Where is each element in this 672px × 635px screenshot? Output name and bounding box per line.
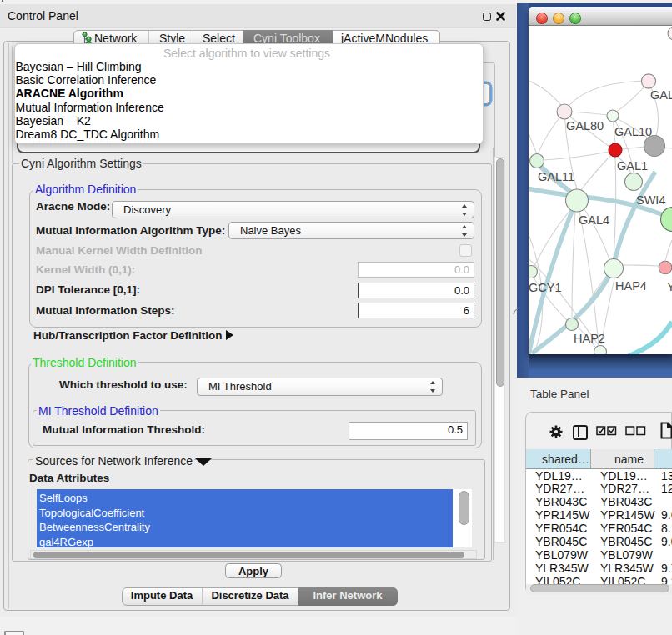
- svg-text:GAL10: GAL10: [614, 125, 652, 138]
- svg-text:HAP2: HAP2: [574, 332, 605, 345]
- svg-text:GAL80: GAL80: [566, 119, 604, 132]
- svg-text:GAL1: GAL1: [617, 159, 648, 172]
- svg-text:HAP4: HAP4: [615, 279, 647, 292]
- svg-text:GCY1: GCY1: [529, 281, 562, 294]
- svg-text:GAL7: GAL7: [650, 88, 672, 102]
- svg-text:SWI4: SWI4: [636, 193, 665, 207]
- svg-text:GAL11: GAL11: [538, 170, 574, 183]
- svg-text:YJ: YJ: [667, 280, 672, 293]
- svg-text:GAL4: GAL4: [579, 213, 609, 227]
